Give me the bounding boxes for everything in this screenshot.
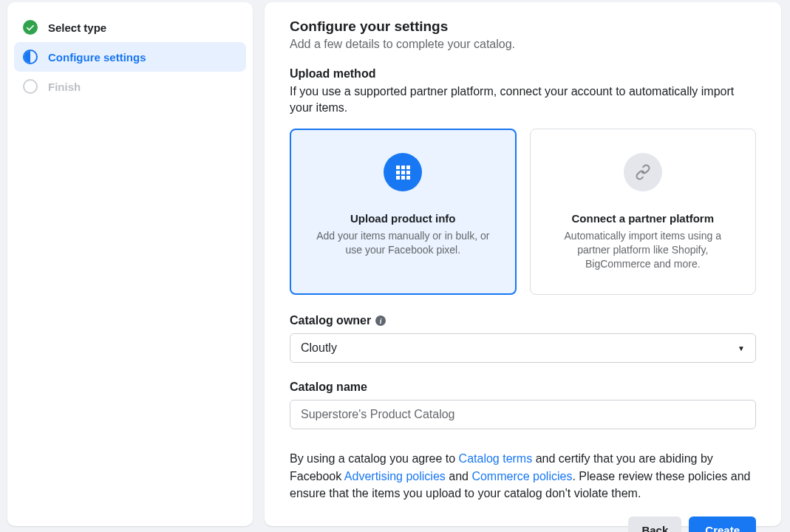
grid-icon: [384, 153, 422, 191]
step-finish[interactable]: Finish: [14, 72, 246, 101]
dropdown-value: Cloutly: [301, 341, 337, 355]
catalog-terms-link[interactable]: Catalog terms: [459, 452, 533, 465]
step-label: Select type: [48, 21, 106, 34]
input-value: Superstore's Product Catalog: [301, 408, 455, 420]
page-title: Configure your settings: [290, 18, 756, 35]
step-select-type[interactable]: Select type: [14, 13, 246, 42]
footer: Back Create: [290, 516, 756, 532]
check-icon: [23, 20, 38, 35]
catalog-name-label: Catalog name: [290, 381, 756, 394]
page-subtitle: Add a few details to complete your catal…: [290, 38, 756, 51]
advertising-policies-link[interactable]: Advertising policies: [344, 470, 446, 482]
chevron-down-icon: ▼: [738, 344, 745, 352]
upload-method-label: Upload method: [290, 67, 756, 81]
upload-method-cards: Upload product info Add your items manua…: [290, 129, 756, 296]
step-configure-settings[interactable]: Configure settings: [14, 42, 246, 72]
label-text: Catalog owner: [290, 314, 371, 327]
link-icon: [624, 153, 662, 191]
card-desc: Add your items manually or in bulk, or u…: [308, 229, 498, 257]
card-title: Upload product info: [350, 212, 455, 225]
sidebar: Select type Configure settings Finish: [7, 2, 253, 526]
card-connect-partner[interactable]: Connect a partner platform Automatically…: [530, 129, 757, 296]
upload-method-desc: If you use a supported partner platform,…: [290, 83, 756, 117]
card-desc: Automatically import items using a partn…: [548, 229, 738, 271]
terms-text: By using a catalog you agree to Catalog …: [290, 450, 756, 502]
commerce-policies-link[interactable]: Commerce policies: [471, 470, 572, 482]
create-button[interactable]: Create: [689, 516, 756, 532]
catalog-name-input[interactable]: Superstore's Product Catalog: [290, 400, 756, 429]
catalog-owner-dropdown[interactable]: Cloutly ▼: [290, 333, 756, 363]
empty-circle-icon: [23, 79, 38, 94]
card-upload-product-info[interactable]: Upload product info Add your items manua…: [290, 129, 517, 296]
back-button[interactable]: Back: [628, 516, 681, 532]
info-icon[interactable]: i: [375, 316, 386, 326]
main-panel: Configure your settings Add a few detail…: [265, 2, 781, 526]
half-circle-icon: [23, 50, 38, 64]
step-label: Configure settings: [48, 51, 146, 64]
step-label: Finish: [48, 81, 81, 93]
catalog-owner-label: Catalog owner i: [290, 314, 756, 327]
card-title: Connect a partner platform: [571, 212, 714, 225]
